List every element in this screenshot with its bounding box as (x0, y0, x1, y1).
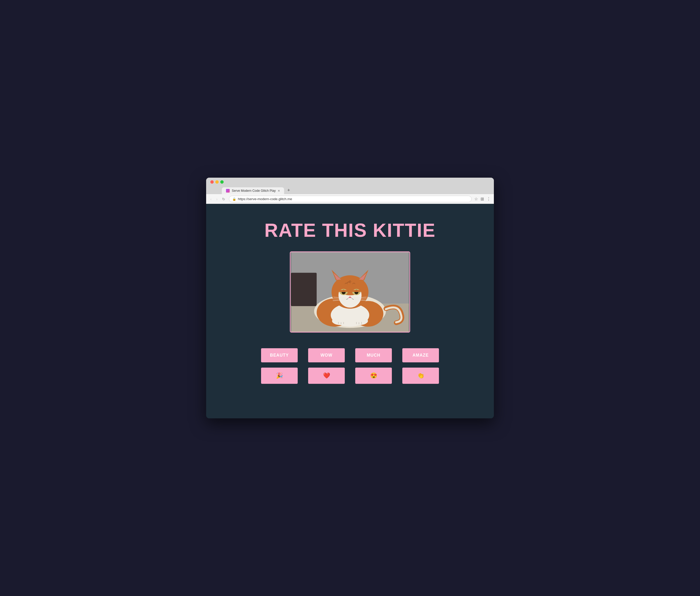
forward-button[interactable]: › (215, 197, 219, 202)
close-traffic-light[interactable] (210, 180, 214, 184)
svg-rect-3 (291, 273, 317, 306)
lock-icon: 🔒 (232, 197, 236, 201)
much-button[interactable]: MUCH (355, 348, 392, 362)
buttons-grid: BEAUTY WOW MUCH AMAZE 🎉 ❤️ 😍 👏 (261, 348, 439, 384)
wow-button[interactable]: WOW (308, 348, 345, 362)
cat-image (291, 252, 409, 332)
amaze-button[interactable]: AMAZE (402, 348, 439, 362)
menu-icon[interactable]: ⋮ (486, 197, 491, 201)
tab-close-button[interactable]: × (278, 189, 280, 193)
page-content: RATE THIS KITTIE (206, 204, 494, 418)
browser-chrome: Serve Modern Code Glitch Play × + ‹ › ↻ … (206, 178, 494, 204)
active-tab[interactable]: Serve Modern Code Glitch Play × (222, 187, 284, 194)
minimize-traffic-light[interactable] (215, 180, 219, 184)
new-tab-button[interactable]: + (284, 186, 293, 194)
refresh-button[interactable]: ↻ (221, 197, 226, 202)
svg-rect-28 (352, 290, 360, 292)
browser-window: Serve Modern Code Glitch Play × + ‹ › ↻ … (206, 178, 494, 418)
tab-favicon-icon (226, 189, 230, 193)
title-bar (206, 178, 494, 186)
clap-emoji-button[interactable]: 👏 (402, 368, 439, 384)
url-text: https://serve-modern-code.glitch.me (238, 197, 292, 201)
cat-image-container (290, 251, 410, 332)
traffic-lights (210, 180, 224, 184)
bookmark-icon[interactable]: ☆ (474, 197, 478, 201)
maximize-traffic-light[interactable] (220, 180, 224, 184)
url-input[interactable]: 🔒 https://serve-modern-code.glitch.me (229, 196, 472, 202)
svg-point-36 (347, 299, 353, 303)
heart-emoji-button[interactable]: ❤️ (308, 368, 345, 384)
love-emoji-button[interactable]: 😍 (355, 368, 392, 384)
beauty-button[interactable]: BEAUTY (261, 348, 298, 362)
svg-rect-25 (340, 290, 348, 292)
party-emoji-button[interactable]: 🎉 (261, 368, 298, 384)
page-title: RATE THIS KITTIE (265, 220, 436, 241)
browser-actions: ☆ ⊞ ⋮ (474, 197, 491, 201)
extensions-icon[interactable]: ⊞ (480, 197, 484, 201)
address-bar: ‹ › ↻ 🔒 https://serve-modern-code.glitch… (206, 194, 494, 204)
back-button[interactable]: ‹ (209, 197, 212, 202)
tab-title-text: Serve Modern Code Glitch Play (232, 189, 276, 193)
tab-bar: Serve Modern Code Glitch Play × + (206, 186, 494, 194)
